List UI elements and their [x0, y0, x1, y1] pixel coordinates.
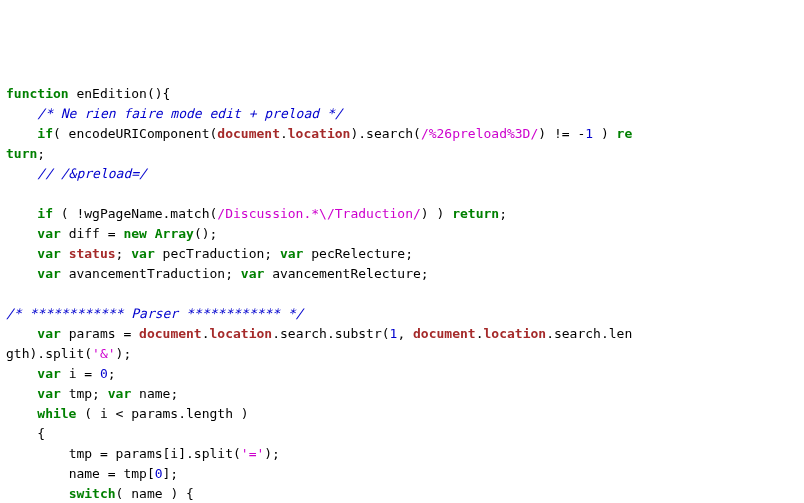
- keyword-var: var: [108, 386, 131, 401]
- punct: ;: [108, 366, 116, 381]
- line: var diff = new Array();: [37, 226, 217, 241]
- keyword-function: function: [6, 86, 69, 101]
- punct: name = tmp[: [69, 466, 155, 481]
- punct: ;: [92, 386, 108, 401]
- keyword-return: return: [452, 206, 499, 221]
- comment: // /&preload=/: [37, 166, 147, 181]
- punct: gth).split(: [6, 346, 92, 361]
- obj-location: location: [484, 326, 547, 341]
- punct: ;: [170, 386, 178, 401]
- comment: /* Ne rien faire mode edit + preload */: [37, 106, 342, 121]
- punct: ;: [116, 246, 132, 261]
- keyword-var: var: [37, 386, 60, 401]
- identifier: diff: [69, 226, 100, 241]
- punct: .: [280, 126, 288, 141]
- line: var status; var pecTraduction; var pecRe…: [37, 246, 413, 261]
- keyword-return-cont: turn: [6, 146, 37, 161]
- identifier: params: [69, 326, 116, 341]
- regex: /Discussion.*\/Traduction/: [217, 206, 421, 221]
- class-array: Array: [155, 226, 194, 241]
- punct: ];: [163, 466, 179, 481]
- keyword-var: var: [280, 246, 303, 261]
- comment: /* ************ Parser ************ */: [6, 306, 303, 321]
- punct: ).search(: [350, 126, 420, 141]
- punct: ) ): [421, 206, 452, 221]
- keyword-var: var: [241, 266, 264, 281]
- line: if ( !wgPageName.match(/Discussion.*\/Tr…: [37, 206, 507, 221]
- identifier: tmp: [69, 386, 92, 401]
- punct: );: [264, 446, 280, 461]
- punct: ( i < params.length ): [76, 406, 248, 421]
- punct: ): [593, 126, 616, 141]
- brace: {: [37, 426, 45, 441]
- keyword-new: new: [123, 226, 146, 241]
- keyword-var: var: [37, 266, 60, 281]
- punct: ;: [499, 206, 507, 221]
- identifier: name: [139, 386, 170, 401]
- keyword-return: re: [617, 126, 633, 141]
- keyword-var: var: [37, 226, 60, 241]
- line: /* Ne rien faire mode edit + preload */: [37, 106, 342, 121]
- line: var tmp; var name;: [37, 386, 178, 401]
- punct: .search.substr(: [272, 326, 389, 341]
- keyword-var: var: [37, 246, 60, 261]
- identifier: pecRelecture: [311, 246, 405, 261]
- punct: ) != -: [538, 126, 585, 141]
- keyword-switch: switch: [69, 486, 116, 501]
- line: function enEdition(){: [6, 86, 170, 101]
- string: '=': [241, 446, 264, 461]
- line: // /&preload=/: [37, 166, 147, 181]
- punct: ;: [405, 246, 413, 261]
- line: switch( name ) {: [69, 486, 194, 501]
- obj-location: location: [288, 126, 351, 141]
- keyword-if: if: [37, 126, 53, 141]
- punct: tmp = params[i].split(: [69, 446, 241, 461]
- line: while ( i < params.length ): [37, 406, 248, 421]
- punct: ;: [225, 266, 241, 281]
- line: /* ************ Parser ************ */: [6, 306, 303, 321]
- punct: =: [76, 366, 99, 381]
- regex: /%26preload%3D/: [421, 126, 538, 141]
- line: turn;: [6, 146, 45, 161]
- punct: ;: [264, 246, 280, 261]
- punct: ,: [397, 326, 413, 341]
- punct: =: [116, 326, 139, 341]
- keyword-var: var: [37, 326, 60, 341]
- punct: ;: [37, 146, 45, 161]
- obj-location: location: [210, 326, 273, 341]
- punct: .search.len: [546, 326, 632, 341]
- function-name: enEdition: [76, 86, 146, 101]
- identifier: pecTraduction: [163, 246, 265, 261]
- punct: ();: [194, 226, 217, 241]
- line: name = tmp[0];: [69, 466, 179, 481]
- keyword-if: if: [37, 206, 53, 221]
- number: 0: [100, 366, 108, 381]
- punct: ( encodeURIComponent(: [53, 126, 217, 141]
- keyword-while: while: [37, 406, 76, 421]
- punct: .: [476, 326, 484, 341]
- keyword-var: var: [37, 366, 60, 381]
- obj-document: document: [413, 326, 476, 341]
- line: var avancementTraduction; var avancement…: [37, 266, 428, 281]
- string: '&': [92, 346, 115, 361]
- identifier: avancementTraduction: [69, 266, 226, 281]
- punct: );: [116, 346, 132, 361]
- keyword-var: var: [131, 246, 154, 261]
- line: if( encodeURIComponent(document.location…: [37, 126, 632, 141]
- code-block: function enEdition(){ /* Ne rien faire m…: [6, 84, 798, 503]
- punct: (){: [147, 86, 170, 101]
- line: var params = document.location.search.su…: [37, 326, 632, 341]
- line: gth).split('&');: [6, 346, 131, 361]
- number: 0: [155, 466, 163, 481]
- identifier: avancementRelecture: [272, 266, 421, 281]
- line: tmp = params[i].split('=');: [69, 446, 280, 461]
- number: 1: [585, 126, 593, 141]
- line: var i = 0;: [37, 366, 115, 381]
- punct: .: [202, 326, 210, 341]
- punct: =: [100, 226, 123, 241]
- obj-status: status: [69, 246, 116, 261]
- punct: ( !wgPageName.match(: [53, 206, 217, 221]
- punct: ( name ) {: [116, 486, 194, 501]
- punct: ;: [421, 266, 429, 281]
- obj-document: document: [139, 326, 202, 341]
